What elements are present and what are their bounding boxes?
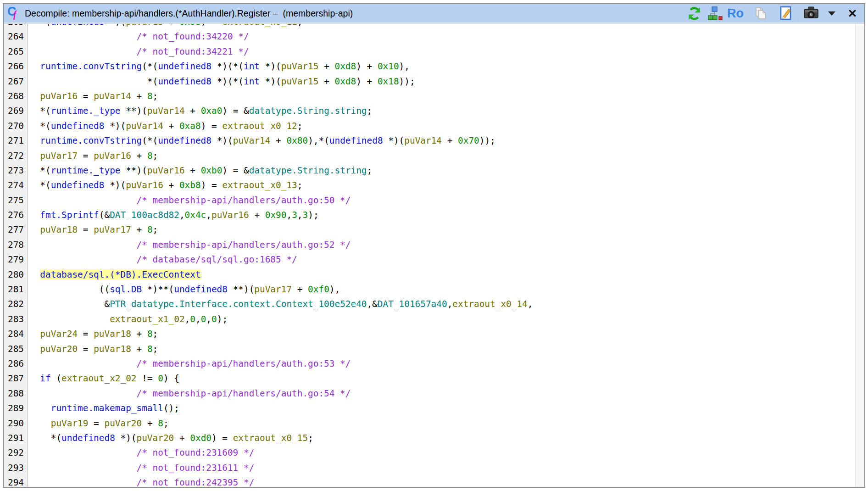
code-token[interactable]: ; [163, 418, 169, 429]
code-token[interactable]: , [179, 210, 185, 220]
code-token[interactable]: puVar14 [233, 135, 271, 146]
code-token[interactable]: 0x10 [378, 61, 399, 72]
code-token[interactable]: & [104, 299, 110, 309]
code-token[interactable]: runtime.convTstring [40, 61, 142, 72]
code-text[interactable]: runtime.convTstring(*(undefined8 *)(*(in… [28, 59, 855, 74]
code-token[interactable]: *)( [383, 135, 405, 146]
code-token[interactable]: int [244, 76, 260, 87]
code-token[interactable]: ; [153, 224, 158, 235]
code-token[interactable]: puVar20 [104, 418, 142, 429]
code-token[interactable]: DAT_101657a40 [378, 299, 447, 309]
code-token[interactable]: 0xa0 [201, 106, 223, 116]
code-line[interactable]: 290 puVar19 = puVar20 + 8; [4, 416, 855, 431]
code-text[interactable]: puVar20 = puVar18 + 8; [28, 342, 855, 357]
code-line[interactable]: 270 *(undefined8 *)(puVar14 + 0xa8) = ex… [4, 119, 855, 134]
code-token[interactable]: ; [153, 329, 158, 339]
code-token[interactable]: /* not_found:34221 */ [136, 46, 249, 57]
code-token[interactable]: *)( [104, 23, 126, 27]
code-token[interactable]: 0 [201, 314, 206, 324]
code-token[interactable]: + [131, 344, 147, 354]
code-token[interactable]: extraout_x1_02 [110, 314, 184, 324]
code-line[interactable]: 272 puVar17 = puVar16 + 8; [4, 149, 855, 163]
code-token[interactable]: 8 [147, 344, 153, 354]
code-token[interactable]: 0xd8 [335, 76, 356, 87]
code-token[interactable]: extraout_x0_13 [222, 180, 297, 190]
code-token[interactable]: **)( [228, 284, 254, 295]
code-token[interactable]: 8 [147, 151, 153, 161]
highlighted-token[interactable]: database/sql.(*DB).ExecContext [40, 269, 200, 280]
code-line[interactable]: 263 *(undefined8 *)(puVar13 + 0x98) = ex… [4, 23, 855, 29]
code-text[interactable]: puVar17 = puVar16 + 8; [28, 149, 855, 163]
code-token[interactable]: 0xb0 [201, 165, 223, 176]
code-token[interactable]: 0xa8 [179, 121, 201, 131]
code-text[interactable]: runtime.makemap_small(); [28, 401, 855, 416]
code-token[interactable]: ) + [356, 76, 378, 87]
code-token[interactable]: *( [51, 433, 61, 443]
code-line[interactable]: 287 if (extraout_x2_02 != 0) { [4, 371, 855, 386]
code-token[interactable]: (( [99, 284, 110, 295]
code-token[interactable]: = [78, 151, 94, 161]
code-token[interactable]: puVar19 [51, 418, 89, 429]
refresh-button[interactable] [686, 6, 702, 21]
code-token[interactable]: *( [40, 165, 50, 176]
decompile-titlebar[interactable]: C f Decompile: membership-api/handlers.(… [4, 4, 864, 23]
code-line[interactable]: 284 puVar24 = puVar18 + 8; [4, 327, 855, 341]
code-line[interactable]: 291 *(undefined8 *)(puVar20 + 0xd0) = ex… [4, 431, 855, 446]
code-token[interactable]: 0x80 [286, 135, 308, 146]
code-line[interactable]: 271 runtime.convTstring(*(undefined8 *)(… [4, 134, 855, 148]
code-line[interactable]: 294 /* not_found:242395 */ [4, 475, 855, 487]
code-token[interactable]: *)( [211, 135, 233, 146]
code-token[interactable]: *)( [260, 61, 281, 72]
code-text[interactable]: /* not_found:231611 */ [28, 461, 855, 475]
code-token[interactable]: 0x4c [185, 210, 206, 220]
code-token[interactable]: undefined8 [158, 76, 211, 87]
code-token[interactable]: ,& [367, 299, 378, 309]
code-token[interactable]: /* database/sql/sql.go:1685 */ [136, 254, 297, 265]
code-token[interactable]: 0x90 [265, 210, 287, 220]
code-token[interactable]: puVar17 [254, 284, 292, 295]
code-token[interactable]: *( [147, 76, 158, 87]
code-token[interactable]: + [270, 135, 286, 146]
code-token[interactable]: ), [399, 61, 410, 72]
code-token[interactable]: ); [217, 314, 228, 324]
code-token[interactable]: 0x70 [458, 135, 479, 146]
code-text[interactable]: /* membership-api/handlers/auth.go:50 */ [28, 193, 855, 208]
code-token[interactable]: if [40, 373, 50, 384]
code-token[interactable]: puVar24 [40, 329, 78, 339]
code-token[interactable]: 0xf0 [308, 284, 329, 295]
code-token[interactable]: 0x98 [179, 23, 201, 27]
code-token[interactable]: puVar15 [281, 76, 319, 87]
code-line[interactable]: 289 runtime.makemap_small(); [4, 401, 855, 416]
code-token[interactable]: , [528, 299, 533, 309]
decompile-code-panel[interactable]: 263 *(undefined8 *)(puVar13 + 0x98) = ex… [4, 23, 864, 487]
code-token[interactable]: extraout_x2_02 [61, 373, 136, 384]
code-token[interactable]: + [163, 121, 179, 131]
code-text[interactable]: /* database/sql/sql.go:1685 */ [28, 252, 855, 267]
code-token[interactable]: puVar17 [94, 224, 131, 235]
code-token[interactable]: *)( [115, 433, 137, 443]
code-token[interactable]: , [286, 210, 292, 220]
code-token[interactable]: *)( [104, 180, 126, 190]
code-token[interactable]: runtime._type [51, 165, 121, 176]
code-token[interactable]: puVar16 [40, 91, 78, 101]
code-token[interactable]: + [131, 151, 147, 161]
code-token[interactable]: = [78, 329, 94, 339]
code-token[interactable]: /* not_found:231609 */ [136, 447, 254, 458]
code-text[interactable]: fmt.Sprintf(&DAT_100ac8d82,0x4c,puVar16 … [28, 208, 855, 223]
code-token[interactable]: + [318, 61, 334, 72]
code-token[interactable]: /* membership-api/handlers/auth.go:54 */ [136, 388, 351, 399]
code-token[interactable]: puVar18 [94, 344, 131, 354]
code-token[interactable]: ), [329, 284, 340, 295]
code-token[interactable]: + [292, 284, 308, 295]
code-token[interactable]: **)( [120, 106, 147, 116]
code-token[interactable]: ) = [211, 433, 233, 443]
code-line[interactable]: 273 *(runtime._type **)(puVar16 + 0xb0) … [4, 163, 855, 178]
code-token[interactable]: 0xb8 [179, 180, 201, 190]
code-line[interactable]: 293 /* not_found:231611 */ [4, 461, 855, 475]
code-token[interactable]: = [88, 418, 104, 429]
code-text[interactable]: database/sql.(*DB).ExecContext [28, 268, 855, 282]
code-text[interactable]: /* membership-api/handlers/auth.go:54 */ [28, 386, 855, 401]
code-token[interactable]: 0 [190, 314, 195, 324]
code-line[interactable]: 265 /* not_found:34221 */ [4, 45, 855, 59]
code-token[interactable]: ; [153, 91, 158, 101]
